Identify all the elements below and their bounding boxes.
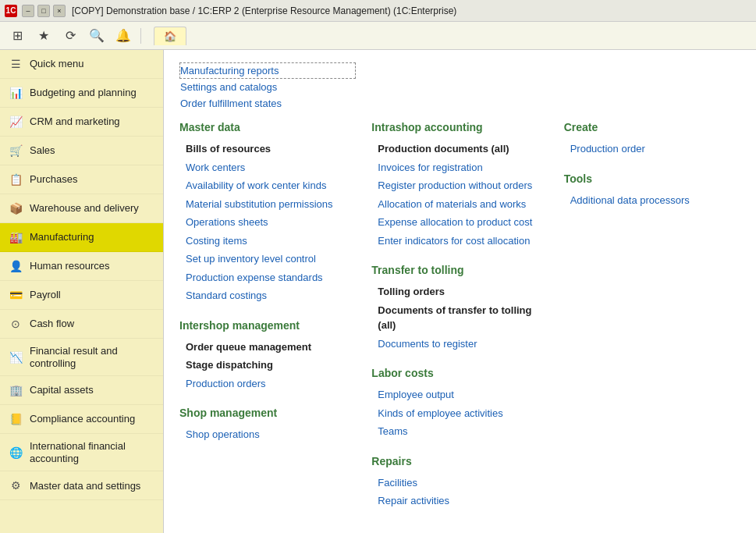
stage-dispatching-link[interactable]: Stage dispatching [179,356,356,375]
docs-transfer-tolling-link[interactable]: Documents of transfer to tolling (all) [371,301,548,335]
sidebar-label-cash-flow: Cash flow [30,318,74,330]
master-data-icon: ⚙ [8,478,23,493]
sidebar-item-manufacturing[interactable]: 🏭 Manufacturing [0,223,163,252]
order-queue-link[interactable]: Order queue management [179,338,356,357]
create-title: Create [564,121,740,133]
app-icon: 1С [5,5,17,17]
teams-link[interactable]: Teams [371,422,548,441]
invoices-registration-link[interactable]: Invoices for registration [371,158,548,177]
kinds-employee-link[interactable]: Kinds of employee activities [371,404,548,423]
costing-items-link[interactable]: Costing items [179,232,356,251]
bills-of-resources-link[interactable]: Bills of resources [179,140,356,158]
col2-top-spacer [371,62,548,121]
compliance-icon: 📒 [8,411,23,427]
title-bar: 1С – □ × [COPY] Demonstration base / 1C:… [0,0,756,22]
create-section: Create Production order [564,121,740,158]
inventory-level-link[interactable]: Set up inventory level control [179,250,356,268]
col3-sections: Create Production order Tools Additional… [564,121,740,524]
grid-button[interactable]: ⊞ [6,25,28,47]
repair-activities-link[interactable]: Repair activities [371,492,548,510]
sidebar-label-sales: Sales [30,144,55,157]
facilities-link[interactable]: Facilities [371,474,548,492]
operations-sheets-link[interactable]: Operations sheets [179,213,356,232]
purchases-icon: 📋 [8,172,23,187]
labor-costs-title: Labor costs [371,367,548,379]
sidebar-label-manufacturing: Manufacturing [30,231,94,243]
col1-sections: Master data Bills of resources Work cent… [179,121,356,524]
crm-icon: 📈 [8,114,23,130]
human-resources-icon: 👤 [8,258,23,274]
sidebar-item-purchases[interactable]: 📋 Purchases [0,165,163,194]
intershop-section: Intershop management Order queue managem… [179,319,356,393]
window-controls[interactable]: – □ × [22,5,66,17]
production-docs-link[interactable]: Production documents (all) [371,140,548,158]
material-substitution-link[interactable]: Material substitution permissions [179,195,356,214]
sidebar-item-financial-result[interactable]: 📉 Financial result and controlling [0,339,163,376]
shop-management-section: Shop management Shop operations [179,407,356,444]
sidebar-item-budgeting[interactable]: 📊 Budgeting and planning [0,79,163,108]
settings-catalogs-link[interactable]: Settings and catalogs [179,79,356,95]
budgeting-icon: 📊 [8,85,23,101]
sidebar-label-warehouse: Warehouse and delivery [30,202,139,215]
toolbar-separator [140,28,141,44]
sidebar-item-crm[interactable]: 📈 CRM and marketing [0,108,163,137]
order-fulfillment-link[interactable]: Order fulfillment states [179,95,356,112]
sidebar-item-compliance[interactable]: 📒 Compliance accounting [0,405,163,434]
home-tab[interactable]: 🏠 [154,27,186,45]
master-data-section: Master data Bills of resources Work cent… [179,121,356,305]
sidebar-item-sales[interactable]: 🛒 Sales [0,137,163,165]
sidebar-label-international: International financial accounting [30,440,155,464]
sidebar-item-quick-menu[interactable]: ☰ Quick menu [0,50,163,79]
sidebar-label-capital-assets: Capital assets [30,384,94,396]
production-expense-link[interactable]: Production expense standards [179,268,356,287]
close-button[interactable]: × [53,5,66,17]
main-layout: ☰ Quick menu 📊 Budgeting and planning 📈 … [0,50,756,533]
availability-work-center-link[interactable]: Availability of work center kinds [179,176,356,195]
capital-assets-icon: 🏢 [8,382,23,398]
sidebar-label-payroll: Payroll [30,289,61,301]
register-production-link[interactable]: Register production without orders [371,176,548,195]
sidebar-item-master-data[interactable]: ⚙ Master data and settings [0,471,163,500]
employee-output-link[interactable]: Employee output [371,386,548,404]
transfer-tolling-section: Transfer to tolling Tolling orders Docum… [371,264,548,353]
sidebar-item-warehouse[interactable]: 📦 Warehouse and delivery [0,194,163,223]
sidebar-item-human-resources[interactable]: 👤 Human resources [0,252,163,281]
financial-result-icon: 📉 [8,350,23,365]
shop-management-title: Shop management [179,407,356,419]
toolbar: ⊞ ★ ⟳ 🔍 🔔 🏠 [0,22,756,50]
docs-register-link[interactable]: Documents to register [371,335,548,354]
notifications-button[interactable]: 🔔 [112,25,134,47]
sidebar-label-purchases: Purchases [30,173,77,186]
minimize-button[interactable]: – [22,5,34,17]
standard-costings-link[interactable]: Standard costings [179,286,356,305]
content-area: Manufacturing reports Settings and catal… [164,50,756,533]
sidebar-label-budgeting: Budgeting and planning [30,87,137,99]
international-icon: 🌐 [8,445,23,460]
history-button[interactable]: ⟳ [59,25,81,47]
sidebar-item-payroll[interactable]: 💳 Payroll [0,281,163,310]
menu-icon: ☰ [8,56,23,72]
sidebar-item-capital-assets[interactable]: 🏢 Capital assets [0,376,163,405]
sidebar-item-international[interactable]: 🌐 International financial accounting [0,434,163,471]
additional-data-processors-link[interactable]: Additional data processors [564,191,740,210]
tolling-orders-link[interactable]: Tolling orders [371,282,548,301]
maximize-button[interactable]: □ [37,5,50,17]
labor-costs-section: Labor costs Employee output Kinds of emp… [371,367,548,441]
sidebar-item-cash-flow[interactable]: ⊙ Cash flow [0,310,163,339]
manufacturing-icon: 🏭 [8,229,23,245]
production-orders-link[interactable]: Production orders [179,375,356,393]
expense-allocation-link[interactable]: Expense allocation to product cost [371,213,548,232]
sales-icon: 🛒 [8,143,23,158]
work-centers-link[interactable]: Work centers [179,158,356,177]
payroll-icon: 💳 [8,287,23,303]
production-order-link[interactable]: Production order [564,140,740,158]
favorites-button[interactable]: ★ [33,25,55,47]
enter-indicators-link[interactable]: Enter indicators for cost allocation [371,232,548,251]
shop-operations-link[interactable]: Shop operations [179,425,356,444]
allocation-materials-link[interactable]: Allocation of materials and works [371,195,548,214]
search-button[interactable]: 🔍 [86,25,108,47]
sidebar-label-compliance: Compliance accounting [30,413,135,425]
sidebar-label-human-resources: Human resources [30,260,110,272]
manufacturing-reports-link[interactable]: Manufacturing reports [179,62,356,79]
sidebar-label-quick-menu: Quick menu [30,58,83,70]
